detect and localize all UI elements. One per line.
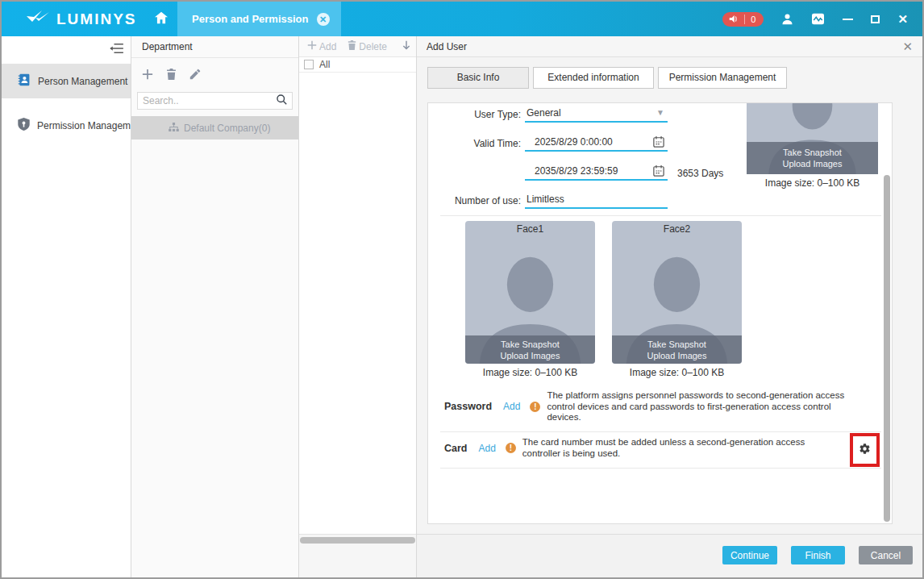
monitor-icon[interactable] xyxy=(811,13,825,25)
card-settings-highlight[interactable] xyxy=(850,433,880,467)
face2-title: Face2 xyxy=(612,223,742,235)
maximize-icon[interactable] xyxy=(871,15,880,23)
add-user-dialog: Add User ✕ Basic Info Extended informati… xyxy=(417,36,922,577)
app-window: LUMINYS Person and Permission ✕ 0 xyxy=(0,0,924,579)
add-person-button[interactable]: Add xyxy=(307,40,336,52)
search-input[interactable] xyxy=(143,95,276,106)
company-icon xyxy=(169,123,179,134)
photo-actions-overlay: Take Snapshot Upload Images xyxy=(747,142,878,174)
card-row: Card Add ! The card number must be added… xyxy=(444,437,843,459)
valid-from-value: 2025/8/29 0:00:00 xyxy=(527,136,653,148)
add-department-icon[interactable] xyxy=(142,69,153,80)
divider xyxy=(440,215,881,216)
card-label: Card xyxy=(444,443,467,454)
face1-placeholder[interactable]: Face1 Take Snapshot Upload Images xyxy=(465,221,595,364)
face2-placeholder[interactable]: Face2 Take Snapshot Upload Images xyxy=(612,221,742,364)
person-management-icon xyxy=(18,73,31,89)
person-list-panel: Add Delete All xyxy=(299,36,417,577)
finish-button[interactable]: Finish xyxy=(791,546,845,564)
department-title: Department xyxy=(131,36,298,58)
brand-name: LUMINYS xyxy=(56,10,137,28)
gear-icon[interactable] xyxy=(859,443,871,458)
take-snapshot-link[interactable]: Take Snapshot xyxy=(783,148,842,157)
sidebar: Person Management Permission Management xyxy=(2,36,131,577)
tab-person-and-permission[interactable]: Person and Permission ✕ xyxy=(177,2,341,36)
valid-to-input[interactable]: 2035/8/29 23:59:59 xyxy=(525,162,668,181)
department-toolbar xyxy=(131,58,298,90)
tab-extended-information[interactable]: Extended information xyxy=(533,67,654,89)
edit-department-icon[interactable] xyxy=(189,69,201,80)
chevron-down-icon: ▼ xyxy=(656,108,664,117)
photo-actions-overlay: Take Snapshot Upload Images xyxy=(465,335,595,364)
upload-images-link[interactable]: Upload Images xyxy=(783,159,843,169)
titlebar: LUMINYS Person and Permission ✕ 0 xyxy=(2,2,922,36)
select-all-row: All xyxy=(299,57,416,73)
password-row: Password Add ! The platform assigns pers… xyxy=(444,390,855,423)
delete-person-icon xyxy=(348,40,356,52)
alarm-button[interactable]: 0 xyxy=(722,12,764,27)
vertical-scrollbar-thumb[interactable] xyxy=(884,175,890,522)
calendar-icon[interactable] xyxy=(653,165,664,177)
dialog-close-icon[interactable]: ✕ xyxy=(902,40,913,52)
titlebar-actions: 0 ✕ xyxy=(722,12,922,27)
tree-item-label: Default Company(0) xyxy=(184,123,270,134)
department-search[interactable] xyxy=(137,92,293,110)
select-all-checkbox[interactable] xyxy=(304,60,314,69)
alarm-divider xyxy=(744,15,745,24)
upload-images-link[interactable]: Upload Images xyxy=(501,351,560,360)
person-list-body xyxy=(299,73,416,534)
alarm-sound-icon xyxy=(729,12,739,27)
delete-person-button[interactable]: Delete xyxy=(348,40,387,52)
calendar-icon[interactable] xyxy=(653,136,664,148)
person-list-toolbar: Add Delete xyxy=(299,36,416,57)
sidebar-item-person-management[interactable]: Person Management xyxy=(2,64,131,98)
vertical-scrollbar-track[interactable] xyxy=(884,104,890,523)
user-type-value: General xyxy=(527,107,656,119)
tree-item-default-company[interactable]: Default Company(0) xyxy=(131,116,298,140)
search-icon[interactable] xyxy=(276,94,287,108)
upload-images-link[interactable]: Upload Images xyxy=(647,351,707,360)
face1-title: Face1 xyxy=(465,223,595,235)
card-hint: The card number must be added unless a s… xyxy=(522,437,814,459)
warning-icon: ! xyxy=(530,402,540,412)
valid-from-input[interactable]: 2025/8/29 0:00:00 xyxy=(525,133,668,152)
sidebar-item-permission-management[interactable]: Permission Management xyxy=(2,108,131,143)
collapse-sidebar-icon[interactable] xyxy=(110,43,124,57)
take-snapshot-link[interactable]: Take Snapshot xyxy=(647,339,706,349)
number-of-use-input[interactable]: Limitless xyxy=(525,190,668,209)
sidebar-item-label: Permission Management xyxy=(37,120,131,131)
tab-basic-info[interactable]: Basic Info xyxy=(427,67,529,89)
dialog-title: Add User xyxy=(427,41,467,52)
import-button[interactable] xyxy=(402,40,411,53)
warning-icon: ! xyxy=(506,443,516,453)
dialog-body: Basic Info Extended information Permissi… xyxy=(417,57,922,534)
valid-time-label: Valid Time: xyxy=(428,138,521,149)
department-panel: Department xyxy=(131,36,299,577)
tab-permission-management[interactable]: Permission Management xyxy=(658,67,787,89)
divider xyxy=(440,468,881,469)
continue-button[interactable]: Continue xyxy=(722,546,777,564)
arrow-down-icon xyxy=(402,40,411,53)
horizontal-scrollbar[interactable] xyxy=(300,537,415,544)
tab-close-icon[interactable]: ✕ xyxy=(317,13,330,26)
add-person-icon xyxy=(307,40,317,52)
password-hint: The platform assigns personnel passwords… xyxy=(547,390,850,423)
close-icon[interactable]: ✕ xyxy=(897,13,908,25)
brand-logo: LUMINYS xyxy=(2,10,145,29)
user-type-label: User Type: xyxy=(428,109,521,120)
main-area: Person Management Permission Management … xyxy=(2,36,922,577)
user-type-select[interactable]: General ▼ xyxy=(525,104,668,123)
home-button[interactable] xyxy=(145,2,177,36)
minimize-icon[interactable] xyxy=(843,19,853,20)
card-add-link[interactable]: Add xyxy=(478,443,495,454)
profile-photo-placeholder[interactable]: Take Snapshot Upload Images xyxy=(747,103,878,174)
add-person-label: Add xyxy=(319,41,336,52)
image-size-hint: Image size: 0–100 KB xyxy=(747,177,878,189)
take-snapshot-link[interactable]: Take Snapshot xyxy=(501,339,560,349)
cancel-button[interactable]: Cancel xyxy=(859,546,913,564)
alarm-count-badge: 0 xyxy=(751,15,755,24)
user-account-icon[interactable] xyxy=(781,13,793,25)
delete-department-icon[interactable] xyxy=(166,69,177,80)
password-add-link[interactable]: Add xyxy=(503,401,520,412)
dialog-footer: Continue Finish Cancel xyxy=(417,534,922,577)
